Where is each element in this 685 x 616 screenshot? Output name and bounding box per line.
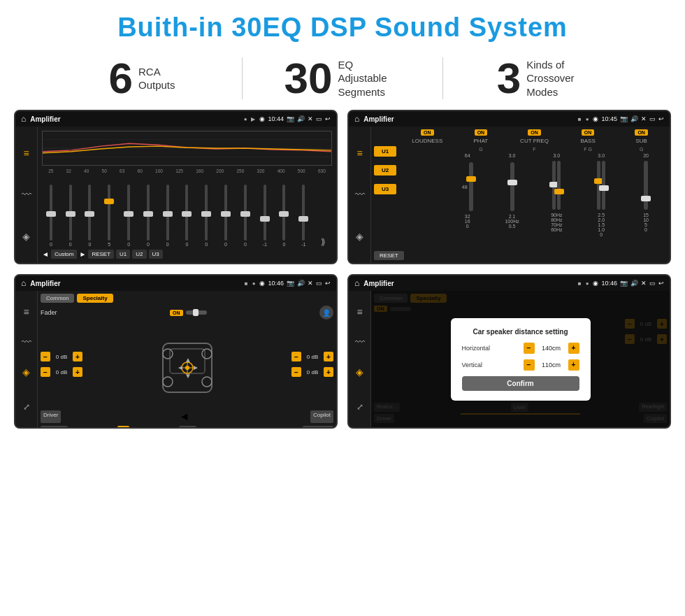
eq-thumb-13[interactable] — [298, 216, 308, 222]
speaker-sidebar-icon-2[interactable]: ◈ — [356, 231, 363, 242]
eq-thumb-7[interactable] — [182, 211, 192, 217]
eq-track-6[interactable] — [166, 185, 169, 241]
on-badge-phat[interactable]: ON — [475, 129, 488, 136]
eq-thumb-9[interactable] — [221, 211, 231, 217]
fl-minus[interactable]: − — [41, 352, 50, 361]
eq-thumb-3[interactable] — [104, 199, 114, 204]
window-icon-1[interactable]: ▭ — [316, 115, 322, 122]
close-icon-4[interactable]: ✕ — [641, 280, 647, 287]
close-icon-3[interactable]: ✕ — [308, 280, 313, 287]
eq-track-7[interactable] — [185, 185, 188, 241]
home-icon-1[interactable]: ⌂ — [21, 114, 26, 124]
eq-thumb-1[interactable] — [66, 211, 75, 217]
preset-u3[interactable]: U3 — [374, 184, 396, 194]
eq-track-1[interactable] — [69, 185, 72, 241]
wave-sidebar-icon[interactable]: 〰 — [22, 189, 31, 200]
window-icon-4[interactable]: ▭ — [649, 280, 656, 287]
eq-track-5[interactable] — [147, 185, 150, 241]
sub-slider[interactable] — [644, 161, 648, 210]
prev-icon[interactable]: ◄ — [42, 250, 49, 258]
eq-thumb-2[interactable] — [85, 211, 94, 217]
eq-track-8[interactable] — [205, 185, 208, 241]
rl-plus[interactable]: + — [73, 367, 82, 377]
copilot-btn-3[interactable]: Copilot — [310, 410, 333, 423]
cutfreq-g-slider[interactable] — [557, 161, 561, 210]
eq-track-4[interactable] — [127, 185, 130, 241]
next-icon[interactable]: ► — [79, 250, 86, 258]
preset-u1[interactable]: U1 — [374, 146, 396, 157]
back-icon-3[interactable]: ↩ — [325, 280, 331, 287]
fl-plus[interactable]: + — [73, 352, 82, 361]
close-icon-2[interactable]: ✕ — [641, 115, 647, 122]
arrow-down-3[interactable]: ▼ — [246, 426, 253, 429]
eq-track-0[interactable] — [50, 185, 52, 241]
fader-on-badge-3[interactable]: ON — [170, 310, 183, 316]
speaker-sidebar-icon-3[interactable]: ◈ — [22, 366, 30, 378]
wave-sidebar-icon-3[interactable]: 〰 — [22, 336, 31, 348]
sub-thumb[interactable] — [641, 196, 651, 201]
eq-thumb-8[interactable] — [201, 211, 211, 217]
all-btn-3[interactable]: All — [117, 426, 129, 429]
eq-track-13[interactable] — [302, 185, 305, 241]
eq-sidebar-icon-3[interactable]: ≡ — [23, 306, 29, 317]
bass-g-thumb[interactable] — [599, 185, 609, 191]
loudness-slider[interactable] — [469, 162, 473, 211]
eq-thumb-11[interactable] — [260, 216, 270, 222]
on-badge-sub[interactable]: ON — [635, 129, 648, 136]
phat-thumb[interactable] — [507, 180, 517, 185]
bass-g-slider[interactable] — [602, 161, 605, 210]
user-btn-3[interactable]: User — [179, 426, 196, 429]
eq-sidebar-icon-2[interactable]: ≡ — [356, 148, 362, 159]
eq-thumb-6[interactable] — [163, 211, 173, 217]
home-icon-4[interactable]: ⌂ — [354, 278, 359, 288]
expand-icon[interactable]: ⟫ — [321, 237, 326, 247]
fader-hslider-thumb[interactable] — [193, 309, 199, 316]
eq-thumb-4[interactable] — [124, 211, 134, 217]
dialog-vertical-minus[interactable]: − — [524, 359, 535, 371]
rr-minus[interactable]: − — [291, 367, 301, 377]
dialog-vertical-plus[interactable]: + — [568, 359, 579, 371]
dialog-horizontal-minus[interactable]: − — [524, 343, 535, 354]
back-icon-4[interactable]: ↩ — [658, 280, 664, 287]
fr-plus[interactable]: + — [324, 352, 333, 361]
eq-thumb-10[interactable] — [240, 211, 250, 217]
wave-sidebar-icon-4[interactable]: 〰 — [355, 336, 365, 348]
settings-icon-3[interactable]: 👤 — [319, 306, 333, 320]
home-icon-2[interactable]: ⌂ — [354, 114, 359, 124]
rr-plus[interactable]: + — [324, 367, 333, 377]
eq-sidebar-icon-4[interactable]: ≡ — [356, 306, 362, 317]
eq-track-2[interactable] — [88, 185, 91, 241]
eq-track-10[interactable] — [244, 185, 247, 241]
eq-track-3[interactable] — [108, 185, 110, 241]
wave-sidebar-icon-2[interactable]: 〰 — [355, 189, 365, 200]
phat-slider[interactable] — [510, 162, 514, 211]
u2-btn-1[interactable]: U2 — [132, 250, 146, 259]
driver-btn-3[interactable]: Driver — [41, 410, 61, 423]
loudness-thumb[interactable] — [466, 176, 476, 182]
arrow-left-3[interactable]: ◄ — [179, 410, 193, 423]
expand-icon-3[interactable]: ⤢ — [23, 402, 30, 412]
u3-btn-1[interactable]: U3 — [149, 250, 163, 259]
eq-track-11[interactable] — [264, 185, 266, 241]
preset-u2[interactable]: U2 — [374, 165, 396, 176]
eq-sidebar-icon[interactable]: ≡ — [23, 148, 29, 159]
reset-btn-2[interactable]: RESET — [374, 251, 404, 260]
eq-track-12[interactable] — [282, 185, 285, 241]
rl-minus[interactable]: − — [41, 367, 50, 377]
back-icon-2[interactable]: ↩ — [658, 115, 664, 122]
tab-common-3[interactable]: Common — [41, 294, 74, 303]
tab-specialty-3[interactable]: Specialty — [77, 294, 113, 303]
speaker-sidebar-icon-4[interactable]: ◈ — [356, 366, 363, 378]
speaker-sidebar-icon[interactable]: ◈ — [22, 231, 30, 242]
window-icon-2[interactable]: ▭ — [649, 115, 656, 122]
eq-thumb-0[interactable] — [46, 211, 56, 217]
home-icon-3[interactable]: ⌂ — [21, 278, 26, 288]
fr-minus[interactable]: − — [291, 352, 301, 361]
rearright-btn-3[interactable]: RearRight — [303, 426, 333, 429]
expand-icon-4[interactable]: ⤢ — [356, 402, 363, 412]
u1-btn-1[interactable]: U1 — [116, 250, 130, 259]
window-icon-3[interactable]: ▭ — [316, 280, 322, 287]
eq-track-9[interactable] — [224, 185, 227, 241]
eq-thumb-12[interactable] — [279, 211, 289, 217]
on-badge-cutfreq[interactable]: ON — [528, 129, 541, 136]
